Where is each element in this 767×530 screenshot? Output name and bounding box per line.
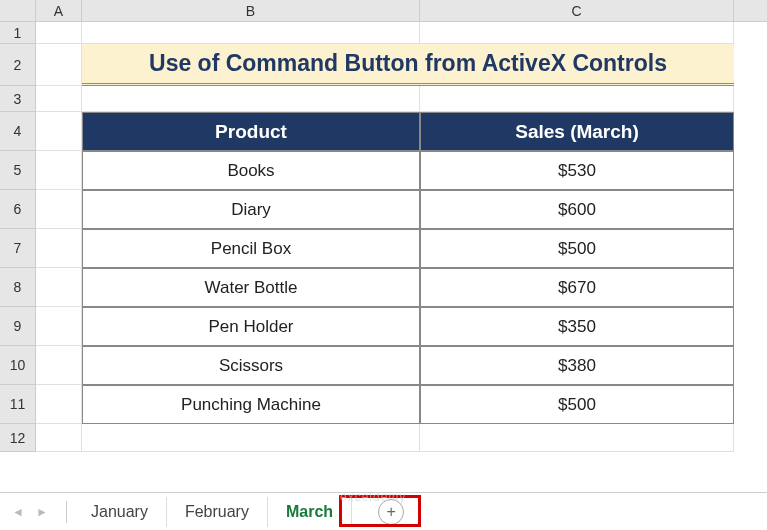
cell-A6[interactable] (36, 190, 82, 229)
nav-next-icon[interactable]: ► (32, 502, 52, 522)
row-8: 8 Water Bottle $670 (0, 268, 767, 307)
row-header-3[interactable]: 3 (0, 86, 36, 112)
row-4: 4 Product Sales (March) (0, 112, 767, 151)
cell-sales-4[interactable]: $350 (420, 307, 734, 346)
title-cell[interactable]: Use of Command Button from ActiveX Contr… (82, 44, 734, 86)
cell-B3[interactable] (82, 86, 420, 112)
tab-january[interactable]: January (73, 497, 167, 527)
cell-A2[interactable] (36, 44, 82, 86)
cell-B12[interactable] (82, 424, 420, 452)
row-header-9[interactable]: 9 (0, 307, 36, 346)
row-3: 3 (0, 86, 767, 112)
row-header-12[interactable]: 12 (0, 424, 36, 452)
row-1: 1 (0, 22, 767, 44)
col-header-C[interactable]: C (420, 0, 734, 21)
cell-A12[interactable] (36, 424, 82, 452)
cell-A3[interactable] (36, 86, 82, 112)
cell-A8[interactable] (36, 268, 82, 307)
row-11: 11 Punching Machine $500 (0, 385, 767, 424)
cell-product-0[interactable]: Books (82, 151, 420, 190)
cell-A4[interactable] (36, 112, 82, 151)
select-all-corner[interactable] (0, 0, 36, 21)
cell-sales-3[interactable]: $670 (420, 268, 734, 307)
cell-product-5[interactable]: Scissors (82, 346, 420, 385)
header-sales[interactable]: Sales (March) (420, 112, 734, 151)
column-headers: A B C (0, 0, 767, 22)
nav-prev-icon[interactable]: ◄ (8, 502, 28, 522)
cell-product-4[interactable]: Pen Holder (82, 307, 420, 346)
col-header-B[interactable]: B (82, 0, 420, 21)
header-product[interactable]: Product (82, 112, 420, 151)
row-12: 12 (0, 424, 767, 452)
cell-A10[interactable] (36, 346, 82, 385)
cell-sales-6[interactable]: $500 (420, 385, 734, 424)
row-header-1[interactable]: 1 (0, 22, 36, 44)
cell-C3[interactable] (420, 86, 734, 112)
cell-product-1[interactable]: Diary (82, 190, 420, 229)
row-10: 10 Scissors $380 (0, 346, 767, 385)
sheet-tab-bar: ◄ ► January February March + (0, 492, 767, 530)
spreadsheet-grid: A B C 1 2 Use of Command Button from Act… (0, 0, 767, 492)
cell-sales-0[interactable]: $530 (420, 151, 734, 190)
tab-march[interactable]: March (268, 497, 352, 527)
row-header-8[interactable]: 8 (0, 268, 36, 307)
row-6: 6 Diary $600 (0, 190, 767, 229)
cell-B1[interactable] (82, 22, 420, 44)
cell-sales-5[interactable]: $380 (420, 346, 734, 385)
row-header-10[interactable]: 10 (0, 346, 36, 385)
row-9: 9 Pen Holder $350 (0, 307, 767, 346)
cell-A1[interactable] (36, 22, 82, 44)
row-2: 2 Use of Command Button from ActiveX Con… (0, 44, 767, 86)
col-header-A[interactable]: A (36, 0, 82, 21)
row-7: 7 Pencil Box $500 (0, 229, 767, 268)
cell-A5[interactable] (36, 151, 82, 190)
cell-A11[interactable] (36, 385, 82, 424)
cell-sales-2[interactable]: $500 (420, 229, 734, 268)
row-header-5[interactable]: 5 (0, 151, 36, 190)
row-header-7[interactable]: 7 (0, 229, 36, 268)
cell-C12[interactable] (420, 424, 734, 452)
row-header-4[interactable]: 4 (0, 112, 36, 151)
cell-A9[interactable] (36, 307, 82, 346)
row-header-11[interactable]: 11 (0, 385, 36, 424)
row-5: 5 Books $530 (0, 151, 767, 190)
cell-C1[interactable] (420, 22, 734, 44)
cell-product-2[interactable]: Pencil Box (82, 229, 420, 268)
add-sheet-button[interactable]: + (378, 499, 404, 525)
cell-product-3[interactable]: Water Bottle (82, 268, 420, 307)
cell-A7[interactable] (36, 229, 82, 268)
row-header-2[interactable]: 2 (0, 44, 36, 86)
row-header-6[interactable]: 6 (0, 190, 36, 229)
tab-separator (66, 501, 67, 523)
tab-february[interactable]: February (167, 497, 268, 527)
cell-product-6[interactable]: Punching Machine (82, 385, 420, 424)
cell-sales-1[interactable]: $600 (420, 190, 734, 229)
